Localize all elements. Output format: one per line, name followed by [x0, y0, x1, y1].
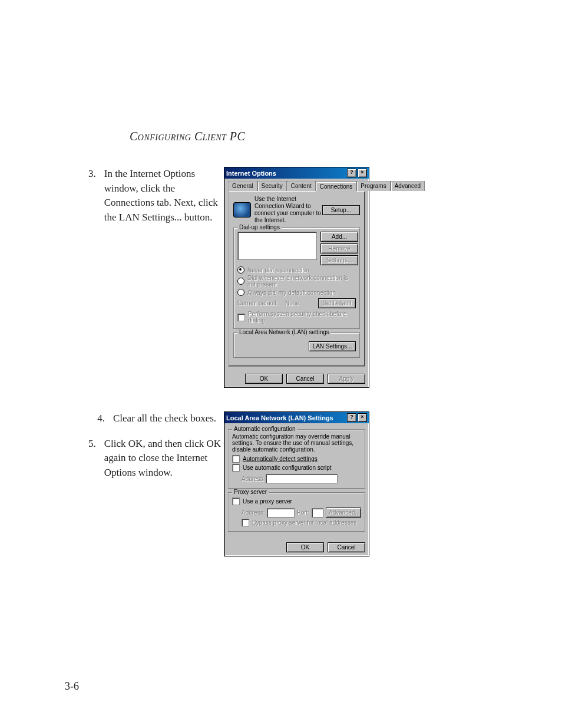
- radio-dial-when-no-network-label: Dial whenever a network connection is no…: [247, 275, 356, 288]
- auto-config-text: Automatic configuration may override man…: [232, 433, 361, 453]
- lan-settings-dialog: Local Area Network (LAN) Settings ? × Au…: [224, 411, 369, 556]
- globe-icon: [233, 202, 251, 218]
- lan-legend: Local Area Network (LAN) settings: [237, 329, 331, 335]
- checkbox-icon: [242, 519, 249, 526]
- proxy-address-input: [267, 508, 295, 518]
- tab-connections[interactable]: Connections: [316, 182, 357, 192]
- help-icon[interactable]: ?: [347, 169, 356, 177]
- radio-icon: [237, 278, 244, 285]
- radio-icon: [237, 266, 244, 274]
- set-default-button: Set Default: [318, 298, 356, 308]
- help-icon[interactable]: ?: [347, 413, 356, 422]
- ok-button[interactable]: OK: [286, 542, 324, 552]
- step-3: 3. In the Internet Options window, click…: [88, 167, 224, 225]
- tab-advanced[interactable]: Advanced: [391, 181, 425, 191]
- step-5-number: 5.: [88, 437, 96, 480]
- internet-options-title: Internet Options: [226, 170, 346, 177]
- remove-button: Remove: [320, 243, 358, 253]
- radio-never-dial: Never dial a connection: [237, 266, 356, 274]
- ok-button[interactable]: OK: [245, 374, 283, 384]
- internet-options-dialog: Internet Options ? × General Security Co…: [224, 167, 369, 388]
- apply-button: Apply: [328, 374, 365, 384]
- checkbox-icon[interactable]: [232, 455, 240, 463]
- radio-always-dial-label: Always dial my default connection: [247, 289, 336, 296]
- dialup-listbox[interactable]: [237, 232, 317, 260]
- current-default-value: None: [285, 300, 316, 307]
- chk-bypass-local: Bypass proxy server for local addresses: [242, 519, 361, 526]
- tab-security[interactable]: Security: [257, 181, 287, 191]
- advanced-button: Advanced...: [326, 508, 361, 518]
- step-4-number: 4.: [88, 411, 105, 426]
- dialup-fieldset: Dial-up settings Add... Remove Settings.…: [233, 228, 360, 329]
- radio-never-dial-label: Never dial a connection: [247, 267, 309, 274]
- chk-bypass-local-label: Bypass proxy server for local addresses: [252, 519, 356, 526]
- proxy-legend: Proxy server: [232, 489, 269, 495]
- chk-auto-detect[interactable]: Automatically detect settings: [232, 455, 361, 463]
- lan-settings-button[interactable]: LAN Settings...: [309, 341, 356, 351]
- proxy-address-label: Address:: [242, 509, 265, 516]
- system-security-check-label: Perform system security check before dia…: [248, 311, 356, 324]
- radio-always-dial: Always dial my default connection: [237, 289, 356, 296]
- wizard-text: Use the Internet Connection Wizard to co…: [254, 196, 322, 224]
- internet-options-titlebar[interactable]: Internet Options ? ×: [224, 167, 369, 179]
- settings-button: Settings...: [320, 255, 358, 265]
- radio-icon: [237, 289, 244, 296]
- chk-auto-detect-label: Automatically detect settings: [243, 456, 318, 462]
- lan-settings-title: Local Area Network (LAN) Settings: [226, 414, 346, 421]
- close-icon[interactable]: ×: [358, 413, 367, 422]
- page-number: 3-6: [65, 680, 79, 693]
- lan-fieldset: Local Area Network (LAN) settings LAN Se…: [233, 332, 360, 358]
- cancel-button[interactable]: Cancel: [328, 542, 365, 552]
- checkbox-icon[interactable]: [232, 464, 240, 472]
- chk-use-proxy[interactable]: Use a proxy server: [232, 498, 361, 505]
- tab-strip: General Security Content Connections Pro…: [228, 181, 365, 191]
- close-icon[interactable]: ×: [358, 169, 367, 177]
- step-5-text: Click OK, and then click OK again to clo…: [104, 437, 224, 480]
- cancel-button[interactable]: Cancel: [286, 374, 324, 384]
- chk-use-proxy-label: Use a proxy server: [243, 498, 292, 505]
- step-4-text: Clear all the check boxes.: [113, 411, 216, 426]
- step-5: 5. Click OK, and then click OK again to …: [88, 437, 224, 480]
- step-3-text: In the Internet Options window, click th…: [104, 167, 224, 225]
- current-default-label: Current default:: [237, 300, 278, 307]
- auto-config-fieldset: Automatic configuration Automatic config…: [228, 429, 365, 489]
- page-header: Configuring Client PC: [130, 130, 515, 143]
- lan-settings-titlebar[interactable]: Local Area Network (LAN) Settings ? ×: [224, 412, 369, 423]
- chk-use-script[interactable]: Use automatic configuration script: [232, 464, 361, 472]
- proxy-fieldset: Proxy server Use a proxy server Address:…: [228, 492, 365, 532]
- proxy-port-label: Port:: [297, 509, 309, 516]
- dialup-legend: Dial-up settings: [237, 224, 282, 230]
- auto-config-legend: Automatic configuration: [232, 426, 297, 432]
- radio-dial-when-no-network: Dial whenever a network connection is no…: [237, 275, 356, 288]
- tab-general[interactable]: General: [228, 181, 257, 191]
- checkbox-icon[interactable]: [232, 498, 240, 505]
- script-address-input: [266, 474, 338, 483]
- chk-use-script-label: Use automatic configuration script: [243, 465, 332, 471]
- tab-programs[interactable]: Programs: [356, 181, 390, 191]
- script-address-label: Address: [242, 476, 263, 482]
- step-3-number: 3.: [88, 167, 96, 225]
- tab-content[interactable]: Content: [287, 181, 316, 191]
- checkbox-icon: [237, 314, 245, 321]
- step-4: 4. Clear all the check boxes.: [88, 411, 224, 426]
- add-button[interactable]: Add...: [320, 232, 358, 242]
- proxy-port-input: [312, 508, 323, 518]
- setup-button[interactable]: Setup...: [322, 205, 360, 215]
